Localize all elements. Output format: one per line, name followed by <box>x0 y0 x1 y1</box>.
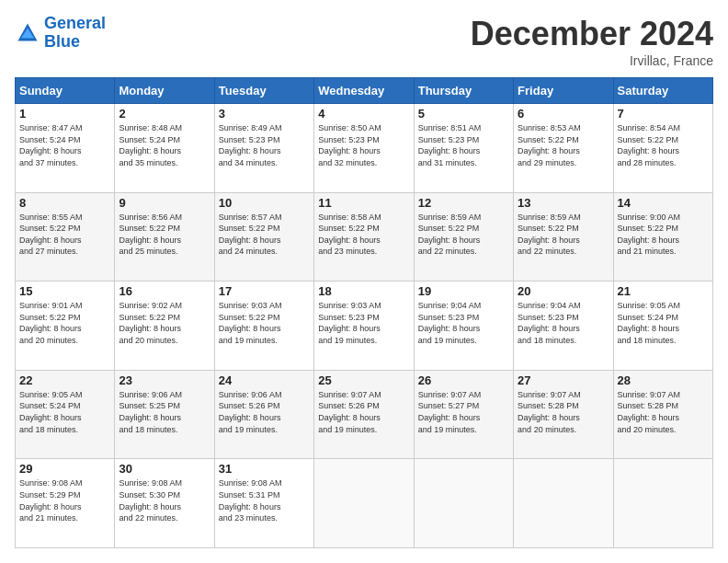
day-number: 16 <box>119 284 210 298</box>
calendar-body: 1Sunrise: 8:47 AM Sunset: 5:24 PM Daylig… <box>16 104 713 548</box>
day-number: 31 <box>219 462 310 476</box>
day-content: Sunrise: 9:07 AM Sunset: 5:26 PM Dayligh… <box>318 389 409 435</box>
calendar-cell: 5Sunrise: 8:51 AM Sunset: 5:23 PM Daylig… <box>414 104 513 193</box>
calendar-cell: 24Sunrise: 9:06 AM Sunset: 5:26 PM Dayli… <box>214 370 313 459</box>
calendar-week-row: 15Sunrise: 9:01 AM Sunset: 5:22 PM Dayli… <box>16 282 713 371</box>
day-content: Sunrise: 8:50 AM Sunset: 5:23 PM Dayligh… <box>318 122 409 168</box>
day-number: 2 <box>119 107 210 121</box>
day-content: Sunrise: 9:07 AM Sunset: 5:28 PM Dayligh… <box>518 389 609 435</box>
calendar-table: SundayMondayTuesdayWednesdayThursdayFrid… <box>15 77 713 548</box>
calendar-cell: 2Sunrise: 8:48 AM Sunset: 5:24 PM Daylig… <box>115 104 214 193</box>
day-number: 26 <box>418 373 509 387</box>
day-content: Sunrise: 9:07 AM Sunset: 5:28 PM Dayligh… <box>618 389 709 435</box>
day-content: Sunrise: 8:53 AM Sunset: 5:22 PM Dayligh… <box>518 122 609 168</box>
weekday-row: SundayMondayTuesdayWednesdayThursdayFrid… <box>16 78 713 104</box>
day-number: 20 <box>518 284 609 298</box>
day-number: 28 <box>618 373 709 387</box>
calendar-cell <box>414 459 513 548</box>
day-content: Sunrise: 9:05 AM Sunset: 5:24 PM Dayligh… <box>618 300 709 346</box>
day-number: 4 <box>318 107 409 121</box>
day-number: 9 <box>119 196 210 210</box>
calendar-cell <box>613 459 712 548</box>
day-content: Sunrise: 8:47 AM Sunset: 5:24 PM Dayligh… <box>19 122 110 168</box>
calendar-week-row: 22Sunrise: 9:05 AM Sunset: 5:24 PM Dayli… <box>16 370 713 459</box>
calendar-cell: 26Sunrise: 9:07 AM Sunset: 5:27 PM Dayli… <box>414 370 513 459</box>
day-number: 25 <box>318 373 409 387</box>
day-number: 10 <box>219 196 310 210</box>
calendar-cell: 10Sunrise: 8:57 AM Sunset: 5:22 PM Dayli… <box>214 192 313 282</box>
day-content: Sunrise: 8:58 AM Sunset: 5:22 PM Dayligh… <box>318 212 409 258</box>
day-number: 8 <box>19 196 110 210</box>
day-content: Sunrise: 9:08 AM Sunset: 5:29 PM Dayligh… <box>19 477 110 523</box>
calendar-cell: 23Sunrise: 9:06 AM Sunset: 5:25 PM Dayli… <box>115 370 214 459</box>
calendar-cell: 21Sunrise: 9:05 AM Sunset: 5:24 PM Dayli… <box>613 282 712 371</box>
day-number: 5 <box>418 107 509 121</box>
calendar-cell: 14Sunrise: 9:00 AM Sunset: 5:22 PM Dayli… <box>613 192 712 282</box>
day-content: Sunrise: 9:05 AM Sunset: 5:24 PM Dayligh… <box>19 389 110 435</box>
day-number: 12 <box>418 196 509 210</box>
calendar-week-row: 29Sunrise: 9:08 AM Sunset: 5:29 PM Dayli… <box>16 459 713 548</box>
calendar-cell: 22Sunrise: 9:05 AM Sunset: 5:24 PM Dayli… <box>16 370 115 459</box>
calendar-cell: 20Sunrise: 9:04 AM Sunset: 5:23 PM Dayli… <box>514 282 613 371</box>
day-content: Sunrise: 9:01 AM Sunset: 5:22 PM Dayligh… <box>19 300 110 346</box>
calendar-cell: 25Sunrise: 9:07 AM Sunset: 5:26 PM Dayli… <box>314 370 414 459</box>
logo: General Blue <box>15 15 106 52</box>
day-number: 19 <box>418 284 509 298</box>
day-number: 27 <box>518 373 609 387</box>
weekday-header: Wednesday <box>314 78 414 104</box>
day-content: Sunrise: 9:04 AM Sunset: 5:23 PM Dayligh… <box>418 300 509 346</box>
month-title: December 2024 <box>471 15 713 53</box>
day-number: 14 <box>618 196 709 210</box>
calendar-cell: 9Sunrise: 8:56 AM Sunset: 5:22 PM Daylig… <box>115 192 214 282</box>
day-content: Sunrise: 9:08 AM Sunset: 5:30 PM Dayligh… <box>119 477 210 523</box>
location: Irvillac, France <box>471 53 713 68</box>
calendar-cell: 31Sunrise: 9:08 AM Sunset: 5:31 PM Dayli… <box>214 459 313 548</box>
calendar-cell: 7Sunrise: 8:54 AM Sunset: 5:22 PM Daylig… <box>613 104 712 193</box>
day-content: Sunrise: 9:04 AM Sunset: 5:23 PM Dayligh… <box>518 300 609 346</box>
day-content: Sunrise: 8:51 AM Sunset: 5:23 PM Dayligh… <box>418 122 509 168</box>
day-number: 18 <box>318 284 409 298</box>
calendar-cell: 12Sunrise: 8:59 AM Sunset: 5:22 PM Dayli… <box>414 192 513 282</box>
day-content: Sunrise: 8:48 AM Sunset: 5:24 PM Dayligh… <box>119 122 210 168</box>
day-number: 29 <box>19 462 110 476</box>
weekday-header: Monday <box>115 78 214 104</box>
calendar-cell: 1Sunrise: 8:47 AM Sunset: 5:24 PM Daylig… <box>16 104 115 193</box>
day-number: 21 <box>618 284 709 298</box>
day-content: Sunrise: 9:03 AM Sunset: 5:22 PM Dayligh… <box>219 300 310 346</box>
calendar-cell: 29Sunrise: 9:08 AM Sunset: 5:29 PM Dayli… <box>16 459 115 548</box>
calendar-week-row: 1Sunrise: 8:47 AM Sunset: 5:24 PM Daylig… <box>16 104 713 193</box>
day-number: 3 <box>219 107 310 121</box>
calendar-cell: 30Sunrise: 9:08 AM Sunset: 5:30 PM Dayli… <box>115 459 214 548</box>
header: General Blue December 2024 Irvillac, Fra… <box>15 15 713 68</box>
calendar-header: SundayMondayTuesdayWednesdayThursdayFrid… <box>16 78 713 104</box>
day-number: 13 <box>518 196 609 210</box>
day-content: Sunrise: 9:06 AM Sunset: 5:26 PM Dayligh… <box>219 389 310 435</box>
day-content: Sunrise: 8:49 AM Sunset: 5:23 PM Dayligh… <box>219 122 310 168</box>
calendar-cell <box>314 459 414 548</box>
day-number: 22 <box>19 373 110 387</box>
page: General Blue December 2024 Irvillac, Fra… <box>0 0 728 563</box>
day-content: Sunrise: 8:59 AM Sunset: 5:22 PM Dayligh… <box>518 212 609 258</box>
calendar-cell: 19Sunrise: 9:04 AM Sunset: 5:23 PM Dayli… <box>414 282 513 371</box>
logo-text: General Blue <box>44 15 106 52</box>
weekday-header: Tuesday <box>214 78 313 104</box>
day-content: Sunrise: 8:59 AM Sunset: 5:22 PM Dayligh… <box>418 212 509 258</box>
calendar-cell: 3Sunrise: 8:49 AM Sunset: 5:23 PM Daylig… <box>214 104 313 193</box>
calendar-cell: 16Sunrise: 9:02 AM Sunset: 5:22 PM Dayli… <box>115 282 214 371</box>
day-content: Sunrise: 9:08 AM Sunset: 5:31 PM Dayligh… <box>219 477 310 523</box>
calendar-cell: 11Sunrise: 8:58 AM Sunset: 5:22 PM Dayli… <box>314 192 414 282</box>
calendar-cell: 15Sunrise: 9:01 AM Sunset: 5:22 PM Dayli… <box>16 282 115 371</box>
day-content: Sunrise: 8:57 AM Sunset: 5:22 PM Dayligh… <box>219 212 310 258</box>
title-block: December 2024 Irvillac, France <box>471 15 713 68</box>
weekday-header: Sunday <box>16 78 115 104</box>
day-number: 24 <box>219 373 310 387</box>
calendar-week-row: 8Sunrise: 8:55 AM Sunset: 5:22 PM Daylig… <box>16 192 713 282</box>
weekday-header: Saturday <box>613 78 712 104</box>
day-content: Sunrise: 9:02 AM Sunset: 5:22 PM Dayligh… <box>119 300 210 346</box>
day-content: Sunrise: 8:56 AM Sunset: 5:22 PM Dayligh… <box>119 212 210 258</box>
day-content: Sunrise: 9:00 AM Sunset: 5:22 PM Dayligh… <box>618 212 709 258</box>
day-content: Sunrise: 9:06 AM Sunset: 5:25 PM Dayligh… <box>119 389 210 435</box>
logo-icon <box>15 20 40 46</box>
day-number: 17 <box>219 284 310 298</box>
day-content: Sunrise: 9:03 AM Sunset: 5:23 PM Dayligh… <box>318 300 409 346</box>
